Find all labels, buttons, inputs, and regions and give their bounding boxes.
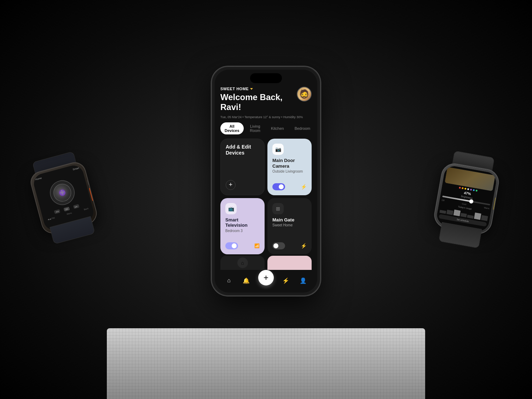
tv-wifi-icon: 📶: [254, 243, 260, 248]
watch-label-smart: Smart: [73, 167, 80, 171]
watch-body-left: Home Smart ✛: [18, 148, 109, 248]
watch-label-home: Home: [35, 177, 42, 181]
watch-room-image: [445, 167, 495, 191]
phone-volume-up: [211, 118, 212, 138]
bar2: [446, 210, 453, 215]
camera-toggle-knob: [279, 184, 284, 189]
watch-joystick: ✛: [51, 182, 73, 203]
camera-card-bottom: ⚡: [272, 180, 307, 190]
welcome-text: Welcome Back,Ravi!: [220, 92, 283, 112]
partial-card-2: [267, 256, 312, 270]
watch-crown-right: [493, 197, 498, 211]
bar5: [467, 215, 474, 219]
watch-btn-left: [87, 179, 91, 186]
avatar[interactable]: 🧔: [297, 87, 312, 102]
gate-toggle-knob: [273, 243, 278, 248]
phone-device: SWEET HOME Welcome Back,Ravi! 🧔 Tue, 05 …: [211, 66, 321, 296]
gate-icon-wrapper: ⊞: [272, 203, 284, 214]
bar7: [481, 215, 488, 221]
camera-icon: 📷: [275, 146, 281, 152]
phone-screen: SWEET HOME Welcome Back,Ravi! 🧔 Tue, 05 …: [215, 70, 317, 293]
nav-add-button[interactable]: +: [258, 270, 274, 285]
camera-card-subtitle: Outside Livingroom: [272, 169, 307, 173]
card-tv[interactable]: 📺 Smart Television Bedroom 3 📶: [220, 198, 265, 254]
watch-cross-icon: ✛: [59, 188, 66, 197]
weather-bar: Tue, 05 Mar'24 • Temperature 12° & sunny…: [220, 115, 312, 119]
bar3: [453, 209, 460, 216]
tag-cool: Cool: [462, 203, 467, 206]
add-device-button[interactable]: +: [226, 180, 236, 190]
dot-orange: [462, 187, 464, 189]
tab-kitchen[interactable]: Kitchen: [267, 125, 288, 132]
phone-notch: [250, 73, 282, 83]
dot-purple: [470, 189, 472, 191]
partial-card-row: ⌂: [220, 256, 312, 270]
tab-bedroom[interactable]: Bedroom: [290, 125, 315, 132]
phone-volume-silent: [211, 102, 212, 114]
partial-icon1: ⌂: [241, 260, 244, 266]
nav-home[interactable]: ⌂: [224, 276, 234, 285]
camera-toggle[interactable]: [272, 183, 285, 190]
dot-red: [459, 187, 461, 189]
gate-card-subtitle: Sweet Home: [272, 223, 307, 227]
tv-card-subtitle: Bedroom 3: [225, 229, 260, 233]
watch-body-right: 47% Brightness Off Cool Warm Today's Usa…: [422, 148, 511, 251]
camera-bluetooth-icon: ⚡: [301, 184, 307, 190]
phone-volume-down: [211, 141, 212, 161]
gate-toggle[interactable]: [272, 242, 285, 249]
gate-bluetooth-icon: ⚡: [301, 243, 307, 249]
watch-dial-circle: ✛: [47, 177, 77, 208]
header-left: SWEET HOME Welcome Back,Ravi!: [220, 87, 283, 112]
pedestal: [107, 328, 425, 399]
screen-content: SWEET HOME Welcome Back,Ravi! 🧔 Tue, 05 …: [215, 70, 317, 293]
gate-card-title: Main Gate: [272, 217, 307, 223]
left-watch: Home Smart ✛: [18, 148, 109, 248]
card-add-bottom: +: [226, 177, 259, 190]
chevron-down-icon: [250, 88, 253, 90]
phone-container: SWEET HOME Welcome Back,Ravi! 🧔 Tue, 05 …: [211, 66, 321, 296]
bar4: [460, 213, 467, 218]
tab-living-room[interactable]: Living Room: [246, 122, 265, 134]
watch-btn-small2: ▶▶: [73, 204, 79, 209]
tv-icon: 📺: [228, 206, 234, 212]
pedestal-texture: [107, 328, 425, 399]
tag-off: Off: [441, 199, 445, 202]
card-camera[interactable]: 📷 Main Door Camera Outside Livingroom ⚡: [267, 139, 312, 195]
right-watch: 47% Brightness Off Cool Warm Today's Usa…: [422, 148, 511, 251]
watch-btn-ok: OK: [63, 207, 70, 212]
partial-card-icon1: ⌂: [237, 258, 248, 268]
tv-toggle[interactable]: [225, 242, 238, 249]
nav-profile[interactable]: 👤: [298, 276, 308, 285]
card-gate[interactable]: ⊞ Main Gate Sweet Home ⚡: [267, 198, 312, 254]
tab-all-devices[interactable]: All Devices: [220, 122, 244, 134]
watch-room-overlay: [445, 167, 495, 191]
bar6: [474, 213, 481, 220]
device-grid: Add & Edit Devices + 📷 Main Door Camera …: [220, 139, 312, 254]
filter-tabs: All Devices Living Room Kitchen Bedroom: [220, 122, 312, 134]
screen-header: SWEET HOME Welcome Back,Ravi! 🧔: [220, 87, 312, 112]
phone-power-button: [320, 123, 321, 148]
watch-btn-small1: ◀◀: [54, 209, 60, 214]
nav-notifications[interactable]: 🔔: [241, 276, 251, 285]
home-label-row[interactable]: SWEET HOME: [220, 87, 283, 91]
gate-card-bottom: ⚡: [272, 239, 307, 249]
home-label: SWEET HOME: [220, 87, 249, 91]
dot-blue: [473, 189, 475, 191]
partial-card-1: ⌂: [220, 256, 265, 270]
tv-icon-wrapper: 📺: [225, 203, 237, 214]
tv-card-title: Smart Television: [225, 217, 260, 228]
tv-card-bottom: 📶: [225, 239, 260, 249]
nav-energy[interactable]: ⚡: [281, 276, 291, 285]
camera-card-title: Main Door Camera: [272, 158, 307, 169]
gate-icon: ⊞: [276, 206, 280, 212]
tv-toggle-knob: [232, 243, 237, 248]
bottom-nav: ⌂ 🔔 + ⚡ 👤: [220, 273, 312, 287]
dot-green: [475, 190, 478, 192]
camera-icon-wrapper: 📷: [272, 144, 284, 155]
watch-slider-thumb: [469, 199, 474, 204]
bar1: [439, 210, 446, 214]
card-add-devices[interactable]: Add & Edit Devices +: [220, 139, 265, 195]
watch-btn-right2: [496, 190, 499, 195]
dot-yellow: [464, 188, 467, 190]
dot-white: [467, 188, 469, 190]
